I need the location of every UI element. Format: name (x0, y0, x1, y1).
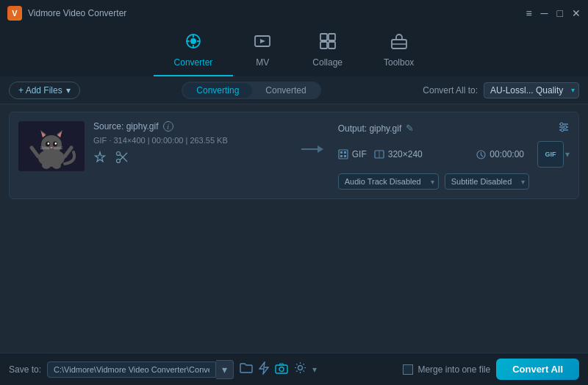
svg-rect-11 (320, 42, 327, 48)
file-source-row: Source: giphy.gif i (93, 121, 287, 132)
svg-point-35 (117, 159, 121, 163)
file-item: Source: giphy.gif i GIF · 314×400 | 00:0… (9, 112, 579, 199)
mv-icon (254, 32, 271, 54)
bottom-bar: Save to: ▾ ▾ (0, 353, 588, 385)
save-path-dropdown-button[interactable]: ▾ (216, 360, 234, 379)
svg-point-24 (48, 143, 49, 145)
svg-rect-50 (340, 155, 343, 157)
camera-button[interactable] (275, 362, 288, 377)
tab-toolbox[interactable]: Toolbox (363, 26, 434, 76)
svg-point-17 (41, 135, 62, 154)
svg-point-26 (51, 147, 53, 148)
svg-point-25 (55, 143, 57, 145)
output-label: Output: giphy.gif (338, 123, 402, 134)
audio-track-select[interactable]: Audio Track Disabled (338, 173, 439, 190)
resolution-badge: 320×240 (374, 149, 423, 159)
svg-point-59 (298, 366, 303, 370)
svg-point-46 (561, 129, 564, 132)
minimize-button[interactable]: ─ (541, 7, 548, 19)
tab-mv[interactable]: MV (233, 26, 292, 76)
svg-rect-12 (329, 42, 335, 48)
svg-point-45 (564, 126, 567, 129)
settings-icon-button[interactable] (558, 121, 570, 135)
output-header: Output: giphy.gif ✎ (338, 121, 570, 135)
tab-toolbox-label: Toolbox (384, 57, 414, 68)
svg-rect-48 (340, 151, 343, 154)
output-name-row: Output: giphy.gif ✎ (338, 123, 415, 134)
subtitle-wrap: Subtitle Disabled (445, 173, 529, 190)
add-files-dropdown-icon: ▾ (66, 85, 71, 96)
tab-mv-label: MV (256, 57, 269, 68)
source-label: Source: giphy.gif (93, 121, 159, 132)
merge-label: Merge into one file (417, 364, 490, 375)
convert-all-button[interactable]: Convert All (496, 359, 579, 380)
toolbox-icon (390, 32, 408, 54)
svg-point-44 (560, 123, 563, 126)
title-bar-controls: ≡ ─ □ ✕ (526, 7, 581, 19)
svg-text:V: V (12, 9, 18, 18)
bottom-icons: ▾ (240, 361, 317, 378)
enhance-button[interactable] (93, 151, 107, 167)
merge-checkbox[interactable] (403, 364, 413, 375)
output-area: Output: giphy.gif ✎ (338, 121, 570, 190)
tab-collage[interactable]: Collage (292, 26, 363, 76)
save-path-wrap: ▾ (47, 360, 234, 379)
settings-button[interactable] (294, 361, 306, 377)
add-files-label: + Add Files (18, 85, 62, 96)
subtitle-select[interactable]: Subtitle Disabled (445, 173, 529, 190)
gif-label: GIF (545, 151, 556, 158)
menu-icon[interactable]: ≡ (526, 7, 531, 19)
svg-line-56 (481, 155, 484, 156)
svg-rect-49 (344, 151, 346, 154)
save-to-label: Save to: (9, 364, 41, 375)
tab-converter[interactable]: Converter (154, 26, 234, 76)
tab-collage-label: Collage (312, 57, 343, 68)
svg-marker-40 (318, 145, 323, 153)
output-duration: 00:00:00 (490, 149, 524, 159)
duration-badge: 00:00:00 (476, 149, 524, 159)
toolbar: + Add Files ▾ Converting Converted Conve… (0, 76, 588, 104)
file-meta: GIF · 314×400 | 00:00:00 | 263.55 KB (93, 136, 287, 145)
output-format-row: GIF 320×240 00:00:00 (338, 141, 570, 168)
audio-track-wrap: Audio Track Disabled (338, 173, 439, 190)
output-format: GIF (352, 149, 367, 159)
output-controls-top (558, 121, 570, 135)
svg-rect-10 (329, 34, 335, 40)
format-badge: GIF (338, 149, 367, 159)
converted-tab[interactable]: Converted (252, 83, 319, 98)
file-info: Source: giphy.gif i GIF · 314×400 | 00:0… (93, 121, 287, 167)
add-files-button[interactable]: + Add Files ▾ (9, 82, 80, 99)
title-bar: V Vidmore Video Converter ≡ ─ □ ✕ (0, 0, 588, 26)
svg-line-38 (120, 154, 127, 162)
converter-icon (184, 32, 202, 54)
svg-rect-9 (320, 34, 327, 40)
output-resolution: 320×240 (388, 149, 423, 159)
save-path-input[interactable] (47, 361, 216, 378)
format-select-button[interactable]: GIF (537, 141, 564, 168)
quality-select[interactable]: AU-Lossl... Quality (484, 82, 579, 98)
folder-button[interactable] (240, 362, 253, 377)
app-title: Vidmore Video Converter (28, 8, 126, 18)
converting-tab[interactable]: Converting (183, 83, 252, 98)
format-dropdown-icon[interactable]: ▾ (565, 149, 570, 159)
app-icon: V (7, 6, 22, 21)
title-bar-left: V Vidmore Video Converter (7, 6, 126, 21)
bolt-button[interactable] (259, 361, 269, 378)
convert-all-to-label: Convert All to: (423, 85, 478, 96)
nav-tabs: Converter MV Collage (0, 26, 588, 76)
svg-point-36 (117, 152, 121, 156)
close-button[interactable]: ✕ (572, 7, 581, 19)
trim-button[interactable] (115, 151, 129, 167)
info-icon[interactable]: i (163, 121, 173, 132)
svg-line-37 (120, 153, 127, 160)
edit-icon[interactable]: ✎ (406, 123, 414, 134)
arrow-area (295, 121, 329, 156)
svg-point-3 (190, 38, 196, 44)
collage-icon (319, 32, 337, 54)
svg-rect-57 (276, 365, 287, 373)
maximize-button[interactable]: □ (557, 7, 563, 19)
svg-rect-47 (339, 150, 348, 159)
settings-dropdown-icon[interactable]: ▾ (312, 364, 317, 375)
svg-point-33 (42, 162, 51, 169)
output-dropdowns: Audio Track Disabled Subtitle Disabled (338, 173, 570, 190)
